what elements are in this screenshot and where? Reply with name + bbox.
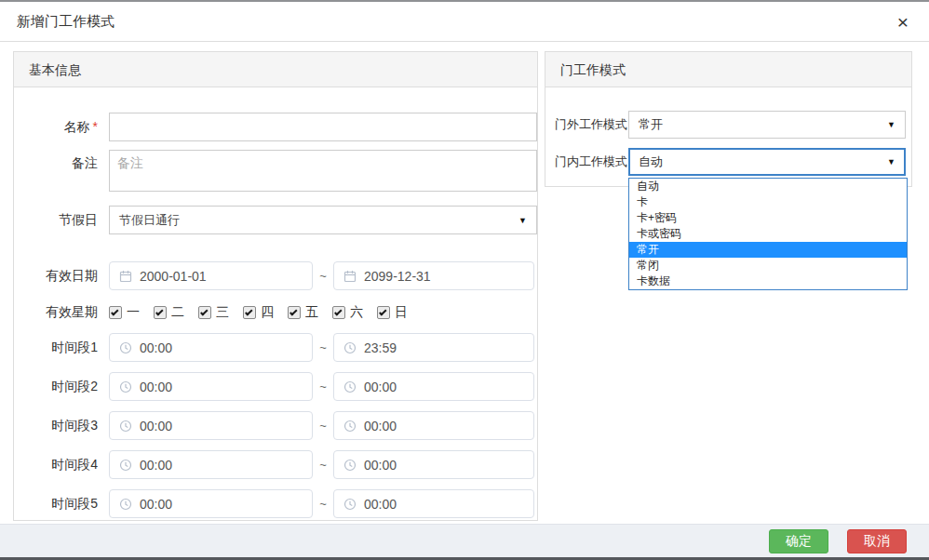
check-icon [334, 308, 342, 315]
check-icon [111, 308, 118, 315]
chevron-down-icon: ▼ [518, 216, 527, 225]
confirm-button[interactable]: 确定 [769, 529, 828, 553]
checkbox-checked [198, 306, 211, 319]
basic-info-panel-header: 基本信息 [14, 52, 537, 87]
time-period-2-label: 时间段2 [14, 379, 98, 395]
time-period-2-end-input[interactable]: 00:00 [333, 372, 534, 401]
check-icon [200, 308, 208, 315]
dropdown-option-auto[interactable]: 自动 [629, 179, 907, 194]
clock-icon [119, 459, 132, 472]
time-period-3-row: 时间段3 00:00 ~ 00:00 [14, 411, 537, 440]
range-separator: ~ [313, 458, 333, 472]
door-work-mode-panel-header: 门工作模式 [545, 52, 911, 87]
chevron-down-icon: ▼ [887, 157, 895, 167]
clock-icon [343, 498, 357, 511]
inside-mode-select[interactable]: 自动 ▼ [628, 148, 906, 176]
valid-date-label: 有效日期 [14, 268, 98, 285]
range-separator: ~ [313, 497, 333, 511]
check-icon [155, 308, 163, 315]
remark-row: 备注 [14, 150, 537, 192]
date-end-input[interactable]: 2099-12-31 [333, 261, 534, 290]
weekday-checkbox-sun[interactable]: 日 [377, 304, 408, 321]
dialog-footer: 确定 取消 [0, 524, 929, 557]
checkbox-checked [332, 306, 345, 319]
time-period-4-start-input[interactable]: 00:00 [109, 450, 313, 479]
remark-label: 备注 [14, 150, 98, 172]
cancel-button[interactable]: 取消 [847, 529, 907, 553]
dialog-title: 新增门工作模式 [17, 13, 114, 31]
clock-icon [119, 341, 132, 354]
dropdown-option-card-password[interactable]: 卡+密码 [629, 210, 907, 226]
time-period-4-end-input[interactable]: 00:00 [333, 450, 534, 479]
weekday-checkbox-sat[interactable]: 六 [332, 304, 363, 321]
clock-icon [119, 420, 132, 433]
time-period-2-start-input[interactable]: 00:00 [109, 372, 313, 401]
dialog-header: 新增门工作模式 × [0, 2, 929, 42]
door-work-mode-panel: 门工作模式 门外工作模式 常开 ▼ 门内工作模式 自动 ▼ 自动 卡 卡+密码 … [545, 51, 912, 187]
dropdown-option-always-closed[interactable]: 常闭 [629, 258, 907, 273]
checkbox-checked [243, 306, 256, 319]
clock-icon [343, 341, 357, 354]
clock-icon [343, 459, 357, 472]
checkbox-checked [288, 306, 301, 319]
time-period-1-start-input[interactable]: 00:00 [109, 333, 313, 362]
holiday-select-value: 节假日通行 [119, 212, 180, 229]
time-period-5-row: 时间段5 00:00 ~ 00:00 [14, 489, 537, 518]
date-start-input[interactable]: 2000-01-01 [109, 261, 313, 290]
close-icon[interactable]: × [894, 10, 912, 33]
time-period-1-label: 时间段1 [14, 340, 98, 356]
range-separator: ~ [313, 419, 333, 433]
name-input[interactable] [109, 113, 537, 141]
check-icon [379, 308, 386, 315]
holiday-select[interactable]: 节假日通行 ▼ [109, 206, 537, 234]
weekday-checkbox-tue[interactable]: 二 [154, 304, 184, 321]
inside-mode-dropdown: 自动 卡 卡+密码 卡或密码 常开 常闭 卡数据 [628, 178, 908, 290]
time-period-4-label: 时间段4 [14, 457, 98, 473]
date-start-value: 2000-01-01 [140, 269, 207, 284]
time-period-5-start-input[interactable]: 00:00 [109, 489, 313, 518]
holiday-label: 节假日 [14, 212, 98, 229]
outside-mode-value: 常开 [639, 116, 663, 133]
inside-mode-label: 门内工作模式 [545, 153, 627, 170]
range-separator: ~ [313, 340, 333, 354]
time-period-1-row: 时间段1 00:00 ~ 23:59 [14, 333, 537, 362]
outside-mode-select[interactable]: 常开 ▼ [628, 111, 906, 139]
time-period-2-row: 时间段2 00:00 ~ 00:00 [14, 372, 537, 401]
time-period-1-end-input[interactable]: 23:59 [333, 333, 534, 362]
name-label: 名称* [14, 119, 98, 136]
outside-mode-label: 门外工作模式 [545, 116, 627, 133]
clock-icon [119, 498, 132, 511]
calendar-icon [119, 270, 132, 283]
calendar-icon [343, 270, 357, 283]
time-period-3-label: 时间段3 [14, 418, 98, 434]
inside-mode-row: 门内工作模式 自动 ▼ [545, 148, 911, 176]
time-period-5-end-input[interactable]: 00:00 [333, 489, 534, 518]
remark-textarea[interactable] [109, 150, 537, 192]
time-period-5-label: 时间段5 [14, 496, 98, 513]
range-separator: ~ [313, 380, 333, 393]
dropdown-option-always-open[interactable]: 常开 [629, 242, 907, 258]
outside-mode-row: 门外工作模式 常开 ▼ [545, 111, 911, 139]
time-period-3-end-input[interactable]: 00:00 [333, 411, 534, 440]
date-end-value: 2099-12-31 [364, 269, 431, 284]
range-separator: ~ [313, 269, 333, 283]
holiday-row: 节假日 节假日通行 ▼ [14, 206, 537, 234]
valid-date-row: 有效日期 2000-01-01 ~ 2099-12-31 [14, 261, 537, 290]
valid-week-label: 有效星期 [14, 304, 98, 321]
time-period-3-start-input[interactable]: 00:00 [109, 411, 313, 440]
dropdown-option-card-or-pass[interactable]: 卡或密码 [629, 226, 907, 242]
dropdown-option-card[interactable]: 卡 [629, 194, 907, 210]
checkbox-checked [109, 306, 122, 319]
weekday-checkbox-mon[interactable]: 一 [109, 304, 140, 321]
clock-icon [119, 380, 132, 393]
clock-icon [343, 420, 357, 433]
weekday-checkbox-thu[interactable]: 四 [243, 304, 274, 321]
required-asterisk: * [93, 119, 98, 134]
name-row: 名称* [14, 113, 537, 141]
weekday-checkbox-fri[interactable]: 五 [288, 304, 318, 321]
basic-info-panel: 基本信息 名称* 备注 节假日 节假日通行 ▼ 有效日期 2000-01-01 … [13, 51, 538, 521]
weekday-checkbox-wed[interactable]: 三 [198, 304, 229, 321]
time-period-4-row: 时间段4 00:00 ~ 00:00 [14, 450, 537, 479]
dropdown-option-card-data[interactable]: 卡数据 [629, 273, 907, 289]
clock-icon [343, 380, 357, 393]
